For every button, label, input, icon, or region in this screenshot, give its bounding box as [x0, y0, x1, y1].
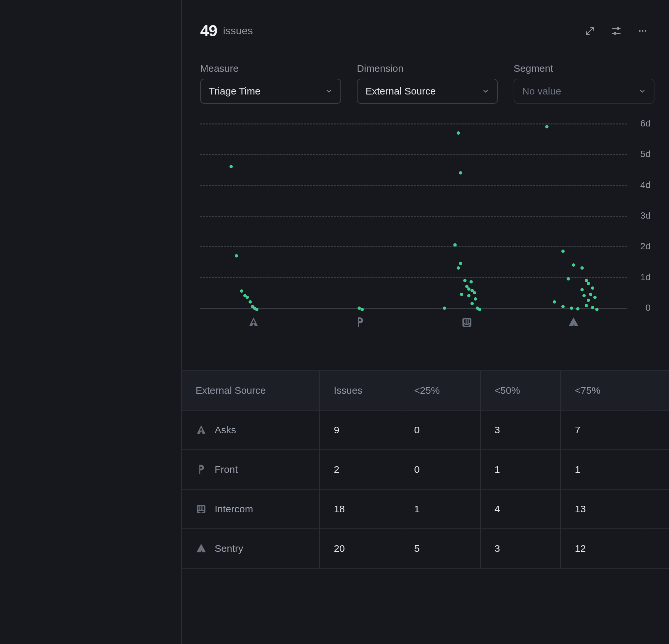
- data-point[interactable]: [235, 254, 238, 257]
- measure-select-value: Triage Time: [209, 86, 320, 97]
- filter-dimension: Dimension External Source: [357, 63, 498, 104]
- data-point[interactable]: [457, 131, 460, 135]
- data-point[interactable]: [457, 266, 460, 270]
- td-issues: 2: [320, 450, 400, 489]
- filter-measure: Measure Triage Time: [200, 63, 341, 104]
- settings-sliders-button[interactable]: [610, 24, 623, 38]
- table-row[interactable]: Front2011: [182, 450, 669, 490]
- y-tick: 2d: [632, 241, 651, 252]
- sidebar-blank: [0, 0, 182, 644]
- table-row[interactable]: Intercom181413: [182, 490, 669, 529]
- table-header-row: External Source Issues <25% <50% <75%: [182, 371, 669, 411]
- data-point[interactable]: [463, 279, 467, 282]
- measure-select[interactable]: Triage Time: [200, 79, 341, 104]
- filter-measure-label: Measure: [200, 63, 341, 74]
- data-point[interactable]: [443, 306, 446, 310]
- data-point[interactable]: [246, 296, 249, 299]
- grid-line: [200, 124, 627, 125]
- td-p50: 1: [481, 450, 561, 489]
- data-point[interactable]: [470, 302, 474, 305]
- y-tick: 3d: [632, 210, 651, 221]
- data-point[interactable]: [469, 280, 473, 284]
- dimension-select[interactable]: External Source: [357, 79, 498, 104]
- data-point[interactable]: [585, 279, 588, 282]
- data-point[interactable]: [587, 299, 590, 302]
- td-source: Intercom: [182, 490, 320, 528]
- th-source[interactable]: External Source: [182, 371, 320, 410]
- y-tick: 0: [632, 303, 651, 313]
- td-p25: 0: [400, 411, 481, 449]
- data-point[interactable]: [581, 266, 584, 270]
- data-point[interactable]: [591, 286, 594, 290]
- data-point[interactable]: [545, 125, 549, 128]
- data-point[interactable]: [478, 308, 481, 311]
- expand-icon: [585, 26, 595, 36]
- front-icon: [196, 464, 207, 475]
- segment-select-value: No value: [522, 86, 634, 97]
- filter-segment-label: Segment: [514, 63, 655, 74]
- asks-icon: [247, 316, 259, 328]
- data-point[interactable]: [589, 293, 592, 296]
- data-point[interactable]: [360, 308, 364, 311]
- data-point[interactable]: [581, 288, 584, 291]
- main-panel: 49 issues Measure Triage Time Dimension: [182, 0, 669, 644]
- data-point[interactable]: [553, 300, 556, 303]
- td-p75: 13: [561, 490, 641, 528]
- data-point[interactable]: [570, 306, 573, 310]
- y-tick: 1d: [632, 272, 651, 283]
- data-point[interactable]: [229, 165, 233, 168]
- data-point[interactable]: [453, 243, 457, 247]
- sliders-icon: [611, 26, 621, 36]
- data-point[interactable]: [593, 296, 597, 299]
- data-point[interactable]: [467, 287, 470, 291]
- sentry-icon: [568, 316, 580, 328]
- td-p50: 4: [481, 490, 561, 528]
- filter-segment: Segment No value: [514, 63, 655, 104]
- source-name: Front: [215, 464, 238, 475]
- data-point[interactable]: [595, 308, 599, 311]
- data-point[interactable]: [358, 306, 361, 310]
- table-row[interactable]: Sentry205312: [182, 529, 669, 569]
- header-actions: [583, 24, 651, 38]
- th-issues[interactable]: Issues: [320, 371, 400, 410]
- td-p75: 1: [561, 450, 641, 489]
- td-source: Sentry: [182, 529, 320, 568]
- data-point[interactable]: [585, 304, 588, 307]
- data-point[interactable]: [473, 291, 476, 294]
- expand-button[interactable]: [583, 24, 597, 38]
- y-tick: 6d: [632, 118, 651, 129]
- th-p75[interactable]: <75%: [561, 371, 641, 410]
- td-issues: 20: [320, 529, 400, 568]
- data-point[interactable]: [459, 262, 462, 265]
- data-point[interactable]: [582, 294, 586, 297]
- intercom-icon: [196, 503, 207, 515]
- data-point[interactable]: [474, 297, 477, 301]
- grid-line: [200, 216, 627, 217]
- data-point[interactable]: [561, 305, 565, 308]
- sentry-icon: [196, 543, 207, 554]
- th-p25[interactable]: <25%: [400, 371, 481, 410]
- td-p50: 3: [481, 529, 561, 568]
- data-point[interactable]: [591, 306, 594, 309]
- th-tail: [641, 371, 669, 410]
- data-point[interactable]: [567, 277, 570, 281]
- data-point[interactable]: [572, 263, 575, 267]
- data-point[interactable]: [467, 294, 470, 297]
- y-tick: 5d: [632, 149, 651, 159]
- data-point[interactable]: [240, 289, 243, 293]
- table-row[interactable]: Asks9037: [182, 411, 669, 450]
- data-point[interactable]: [255, 308, 258, 311]
- th-p50[interactable]: <50%: [481, 371, 561, 410]
- data-point[interactable]: [587, 282, 590, 285]
- data-point[interactable]: [460, 293, 463, 296]
- data-point[interactable]: [576, 307, 580, 311]
- data-point[interactable]: [248, 300, 252, 303]
- td-tail: [641, 529, 669, 568]
- data-point[interactable]: [459, 171, 462, 174]
- data-point[interactable]: [561, 249, 565, 253]
- segment-select[interactable]: No value: [514, 79, 655, 104]
- more-icon: [638, 26, 647, 36]
- issue-count-label: issues: [223, 25, 253, 37]
- more-button[interactable]: [636, 24, 649, 38]
- x-axis: [200, 316, 627, 336]
